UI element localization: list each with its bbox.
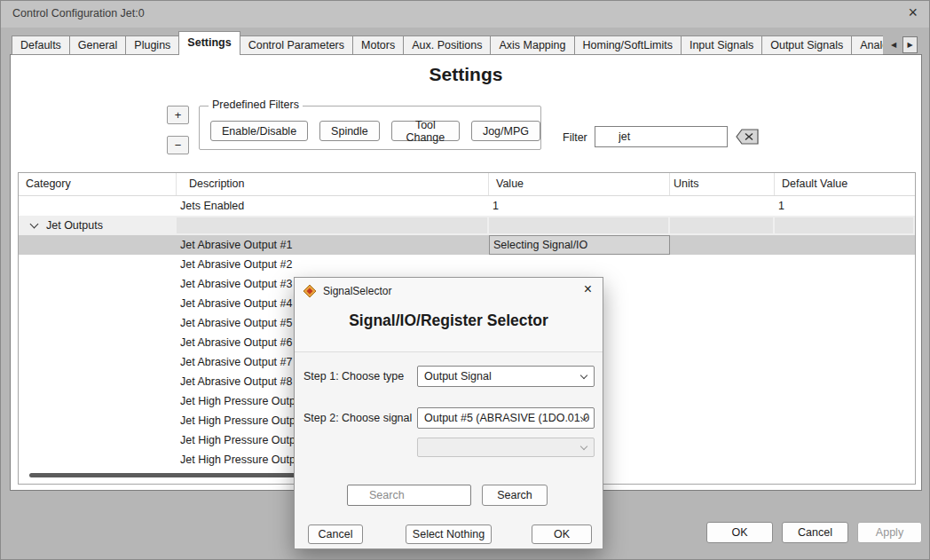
cell-val: Selecting Signal/IO xyxy=(489,235,670,255)
expand-all-button[interactable]: + xyxy=(167,106,189,124)
cell-cat xyxy=(19,294,177,313)
cell-cat xyxy=(19,430,177,450)
signal-dropdown-value: Output #5 (ABRASIVE (1DO.01.0 xyxy=(424,412,589,424)
tab-analog-inputs[interactable]: Analog Inputs xyxy=(851,35,883,55)
dialog-ok-button[interactable]: OK xyxy=(532,525,592,544)
table-row[interactable]: Jet Outputs xyxy=(19,216,915,235)
filter-button-tool-change[interactable]: Tool Change xyxy=(391,121,460,141)
cell-def xyxy=(775,450,915,469)
cell-units xyxy=(670,255,775,274)
tab-homing-softlimits[interactable]: Homing/SoftLimits xyxy=(574,35,682,55)
dialog-search-input[interactable] xyxy=(347,485,471,506)
step2-label: Step 2: Choose signal xyxy=(303,412,412,424)
tab-scroll-right-icon[interactable]: ▶ xyxy=(902,36,918,53)
cell-cat xyxy=(19,313,177,333)
predefined-filters-group: Predefined Filters Enable/DisableSpindle… xyxy=(199,106,541,150)
column-header-description[interactable]: Description xyxy=(177,173,489,195)
cell-units xyxy=(670,196,775,216)
clear-filter-icon[interactable] xyxy=(734,127,761,146)
cell-units xyxy=(670,274,775,294)
filter-input[interactable] xyxy=(595,126,728,147)
cell-cat xyxy=(19,391,177,411)
column-header-default[interactable]: Default Value xyxy=(775,173,915,195)
tab-bar: DefaultsGeneralPluginsSettingsControl Pa… xyxy=(12,31,883,55)
cell-def xyxy=(775,216,915,235)
type-dropdown[interactable]: Output Signal xyxy=(417,366,595,387)
value-editor[interactable]: Selecting Signal/IO xyxy=(489,235,670,255)
cell-cat: Jet Outputs xyxy=(19,216,177,235)
apply-button[interactable]: Apply xyxy=(857,522,922,543)
filter-button-jog-mpg[interactable]: Jog/MPG xyxy=(471,121,540,141)
signal-selector-dialog: SignalSelector × Signal/IO/Register Sele… xyxy=(294,277,603,549)
table-header: Category Description Value Units Default… xyxy=(19,173,915,196)
tab-output-signals[interactable]: Output Signals xyxy=(761,35,852,55)
table-row[interactable]: Jet Abrasive Output #2 xyxy=(19,255,915,274)
tab-axis-mapping[interactable]: Axis Mapping xyxy=(490,35,574,55)
cell-cat xyxy=(19,255,177,274)
cell-units xyxy=(670,391,775,411)
cell-cat xyxy=(19,411,177,430)
tab-defaults[interactable]: Defaults xyxy=(12,35,70,55)
dialog-heading: Signal/IO/Register Selector xyxy=(295,312,603,330)
cell-desc: Jets Enabled xyxy=(177,196,489,216)
dialog-title: SignalSelector xyxy=(323,285,391,297)
tab-control-parameters[interactable]: Control Parameters xyxy=(240,35,353,55)
ok-button[interactable]: OK xyxy=(706,522,773,543)
signal-selector-icon xyxy=(303,284,317,298)
cell-def xyxy=(775,372,915,391)
tab-plugins[interactable]: Plugins xyxy=(125,35,179,55)
dialog-close-icon[interactable]: × xyxy=(584,281,592,297)
cell-cat xyxy=(19,372,177,391)
column-header-units[interactable]: Units xyxy=(670,173,775,195)
cell-units xyxy=(670,313,775,333)
cell-def xyxy=(775,411,915,430)
dialog-cancel-button[interactable]: Cancel xyxy=(308,525,363,544)
cell-cat xyxy=(19,196,177,216)
table-row[interactable]: Jet Abrasive Output #1Selecting Signal/I… xyxy=(19,235,915,255)
column-header-value[interactable]: Value xyxy=(489,173,670,195)
chevron-down-icon[interactable] xyxy=(30,219,39,228)
filter-label: Filter xyxy=(563,131,587,144)
cell-units xyxy=(670,216,775,235)
tab-input-signals[interactable]: Input Signals xyxy=(681,35,762,55)
collapse-all-button[interactable]: − xyxy=(167,136,189,154)
select-nothing-button[interactable]: Select Nothing xyxy=(406,525,492,544)
cell-units xyxy=(670,411,775,430)
dialog-search-button[interactable]: Search xyxy=(482,485,548,506)
window-close-icon[interactable]: × xyxy=(908,4,918,22)
tab-scroll-left-icon[interactable]: ◀ xyxy=(887,37,901,53)
control-configuration-window: Control Configuration Jet:0 × DefaultsGe… xyxy=(0,0,930,560)
cell-def xyxy=(775,255,915,274)
window-title: Control Configuration Jet:0 xyxy=(12,7,145,20)
filter-button-spindle[interactable]: Spindle xyxy=(319,121,380,141)
tab-aux-positions[interactable]: Aux. Positions xyxy=(403,35,491,55)
cell-units xyxy=(670,235,775,255)
cell-def xyxy=(775,352,915,372)
table-row[interactable]: Jets Enabled11 xyxy=(19,196,915,216)
type-dropdown-value: Output Signal xyxy=(424,370,492,383)
tab-settings[interactable]: Settings xyxy=(178,31,240,55)
cell-cat xyxy=(19,450,177,469)
predefined-filter-buttons: Enable/DisableSpindleTool ChangeJog/MPG xyxy=(210,121,540,141)
cell-val xyxy=(489,216,670,235)
column-header-category[interactable]: Category xyxy=(19,173,177,195)
title-bar: Control Configuration Jet:0 × xyxy=(1,1,929,28)
page-title: Settings xyxy=(11,64,921,85)
step1-label: Step 1: Choose type xyxy=(303,370,404,383)
cancel-button[interactable]: Cancel xyxy=(782,522,848,543)
chevron-down-icon xyxy=(580,443,587,450)
cell-def xyxy=(775,313,915,333)
cell-desc: Jet Abrasive Output #1 xyxy=(177,235,489,255)
cell-def xyxy=(775,430,915,450)
cell-units xyxy=(670,372,775,391)
cell-val xyxy=(489,255,670,274)
cell-def xyxy=(775,274,915,294)
signal-dropdown[interactable]: Output #5 (ABRASIVE (1DO.01.0 xyxy=(417,407,595,429)
tab-motors[interactable]: Motors xyxy=(352,35,404,55)
filter-button-enable-disable[interactable]: Enable/Disable xyxy=(210,121,308,141)
cell-def xyxy=(775,235,915,255)
tab-general[interactable]: General xyxy=(69,35,126,55)
cell-def xyxy=(775,391,915,411)
cell-desc xyxy=(177,216,489,235)
group-label: Jet Outputs xyxy=(46,216,103,235)
